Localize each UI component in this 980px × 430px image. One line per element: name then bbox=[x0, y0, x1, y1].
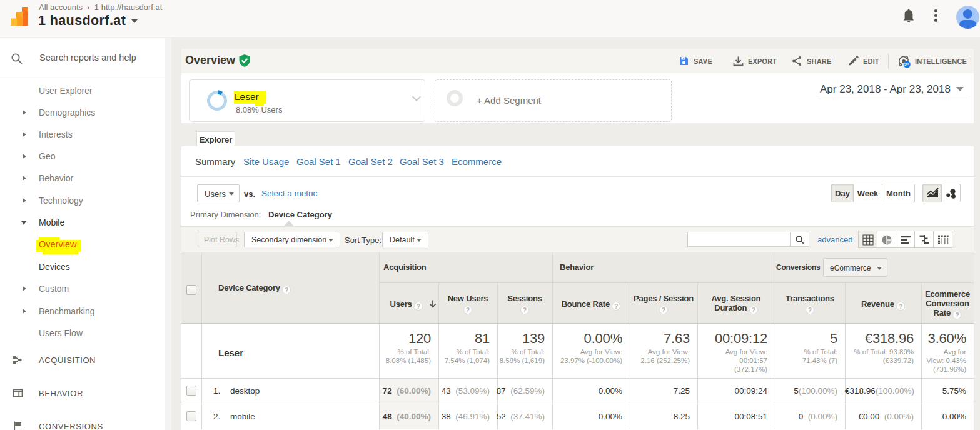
svg-text:9+: 9+ bbox=[904, 62, 909, 66]
